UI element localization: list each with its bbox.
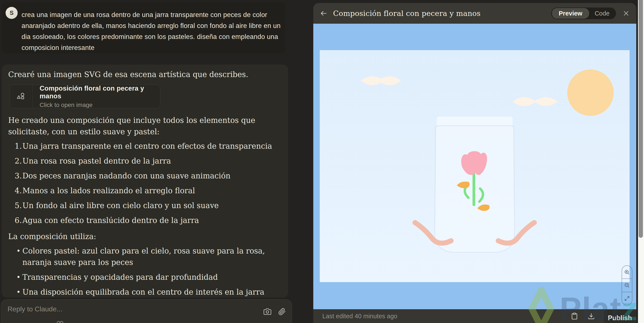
camera-icon[interactable] <box>264 308 271 316</box>
scrollbar-track[interactable] <box>638 0 644 323</box>
divider <box>622 279 632 279</box>
jar-rim-shape <box>437 117 513 127</box>
assistant-intro-text: Crearé una imagen SVG de esa escena artí… <box>8 69 280 80</box>
list-item: Una rosa rosa pastel dentro de la jarra <box>8 155 277 167</box>
user-message-bubble: S crea una imagen de una rosa dentro de … <box>2 2 285 53</box>
list-item: Manos a los lados realizando el arreglo … <box>8 185 277 196</box>
bullet-list: Colores pastel: azul claro para el cielo… <box>8 245 280 298</box>
publish-button[interactable]: Publish <box>604 310 636 323</box>
preview-code-toggle: Preview Code <box>551 7 616 19</box>
artifact-title: Composición floral con pecera y manos <box>333 9 480 18</box>
clipped-composer-glyph <box>57 321 64 323</box>
list-item: Agua con efecto translúcido dentro de la… <box>8 215 277 226</box>
assistant-lead-text: He creado una composición que incluye to… <box>8 115 278 137</box>
list-item: Una jarra transparente en el centro con … <box>8 141 277 152</box>
claude-app: S crea una imagen de una rosa dentro de … <box>0 0 644 323</box>
numbered-list: Una jarra transparente en el centro con … <box>8 141 280 226</box>
artifact-header: Composición floral con pecera y manos Pr… <box>313 3 636 24</box>
artifact-preview-area <box>313 24 636 309</box>
reply-composer[interactable] <box>1 299 292 323</box>
list-item: Dos peces naranjas nadando con una suave… <box>8 170 277 182</box>
sun-shape <box>567 69 614 116</box>
assistant-response: Crearé una imagen SVG de esa escena artí… <box>2 64 288 298</box>
artifact-card-subtitle: Click to open image <box>40 102 160 108</box>
download-icon[interactable] <box>588 313 595 320</box>
user-message-text: crea una imagen de una rosa dentro de un… <box>22 9 281 53</box>
expand-icon[interactable] <box>624 296 630 302</box>
zoom-out-icon[interactable] <box>624 282 630 288</box>
artifact-card-text: Composición floral con pecera y manos Cl… <box>32 85 160 108</box>
tab-code[interactable]: Code <box>589 8 615 18</box>
zoom-in-icon[interactable] <box>624 269 630 275</box>
artifact-card-title: Composición floral con pecera y manos <box>40 85 160 100</box>
list-item: Un fondo al aire libre con cielo claro y… <box>8 200 277 211</box>
list-item: Una disposición equilibrada con el centr… <box>8 287 269 298</box>
artifact-footer: Last edited 40 minutes ago Publish <box>313 309 636 323</box>
copy-clipboard-icon[interactable] <box>571 313 578 320</box>
list-item: Transparencias y opacidades para dar pro… <box>8 272 269 283</box>
reply-input[interactable] <box>8 305 244 313</box>
divider <box>622 292 632 292</box>
back-arrow-icon[interactable] <box>320 9 328 17</box>
zoom-controls <box>622 265 632 305</box>
svg-artwork <box>320 50 630 282</box>
close-icon[interactable] <box>622 10 630 17</box>
assistant-outro-text: La composición utiliza: <box>8 231 280 242</box>
scrollbar-thumb[interactable] <box>638 0 643 238</box>
artifact-card[interactable]: Composición floral con pecera y manos Cl… <box>10 85 160 108</box>
last-edited-text: Last edited 40 minutes ago <box>322 313 397 320</box>
avatar[interactable]: S <box>6 7 18 19</box>
list-item: Colores pastel: azul claro para el cielo… <box>8 245 269 268</box>
tab-preview[interactable]: Preview <box>552 8 589 18</box>
artifact-panel: Composición floral con pecera y manos Pr… <box>313 3 636 323</box>
shapes-icon <box>10 85 32 108</box>
paperclip-icon[interactable] <box>278 308 286 316</box>
